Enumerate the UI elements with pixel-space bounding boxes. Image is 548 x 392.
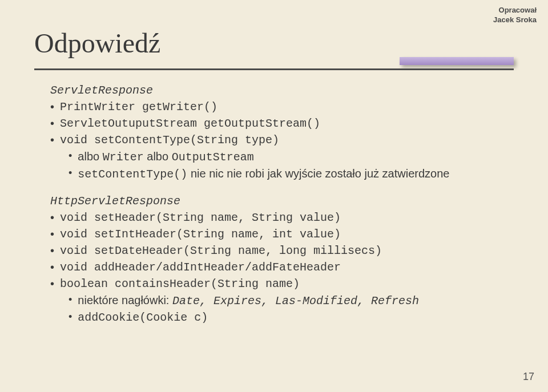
credit-line-2: Jacek Sroka	[493, 15, 537, 25]
horizontal-rule	[34, 68, 514, 70]
decorative-bar	[400, 57, 514, 65]
credit-line-1: Opracował	[493, 6, 537, 15]
sub-bullet-row: addCookie(Cookie c)	[68, 309, 514, 326]
section-heading-2: HttpServletResponse	[50, 193, 514, 209]
inline-code: setContentType()	[78, 168, 187, 181]
sub-text: nie nic nie robi jak wyjście zostało już…	[187, 167, 449, 180]
bullet-text: void setDateHeader(String name, long mil…	[60, 243, 382, 259]
section-heading-1: ServletResponse	[50, 82, 514, 99]
bullet-text: void setIntHeader(String name, int value…	[60, 226, 341, 243]
sub-bullet-row: niektóre nagłówki: Date, Expires, Las-Mo…	[68, 292, 514, 309]
credit-block: Opracował Jacek Sroka	[493, 6, 537, 25]
inline-code: addCookie(Cookie c)	[78, 309, 208, 326]
bullet-text: void addHeader/addIntHeader/addFateHeade…	[60, 259, 341, 276]
bullet-text: void setContentType(String type)	[60, 132, 279, 148]
bullet-text: boolean containsHeader(String name)	[60, 276, 300, 292]
inline-code: Writer	[103, 151, 144, 164]
sub-bullet-row: albo Writer albo OutputStream	[68, 148, 514, 165]
slide-content: ServletResponse PrintWriter getWriter() …	[50, 82, 514, 326]
slide-title: Odpowiedź	[34, 27, 160, 59]
bullet-text: void setHeader(String name, String value…	[60, 209, 341, 226]
bullet-text: PrintWriter getWriter()	[60, 99, 217, 115]
inline-code: OutputStream	[172, 151, 254, 164]
bullet-text: ServletOutuputStream getOutputStream()	[60, 115, 320, 132]
sub-text: albo	[78, 150, 102, 163]
sub-text: niektóre nagłówki:	[78, 294, 172, 306]
sub-text: albo	[144, 150, 172, 163]
sub-bullet-row: setContentType() nie nic nie robi jak wy…	[68, 165, 514, 183]
inline-code: Date, Expires, Las-Modified, Refresh	[172, 294, 419, 308]
page-number: 17	[523, 371, 534, 383]
